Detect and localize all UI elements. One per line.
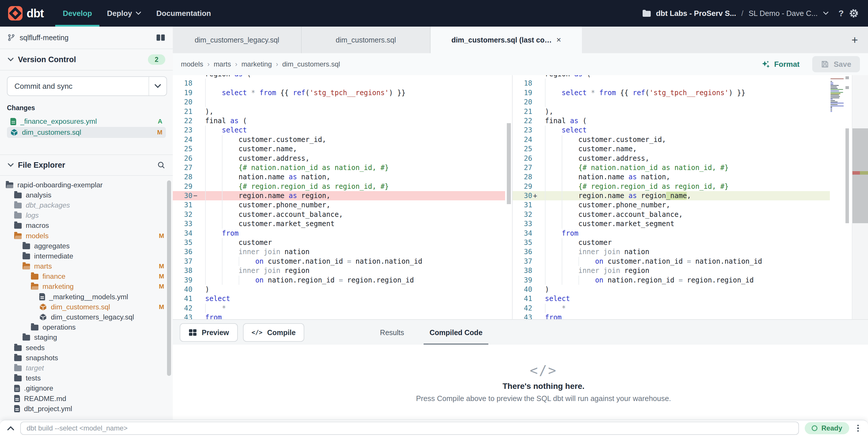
code-line-23[interactable]: 23 select: [513, 125, 830, 135]
code-line-22[interactable]: 22final as (: [513, 116, 830, 125]
tree-item-dim_customers_legacy.sql[interactable]: dim_customers_legacy.sql: [0, 312, 173, 322]
format-button[interactable]: Format: [762, 60, 800, 69]
code-line-35[interactable]: 35 customer: [513, 238, 830, 247]
code-line-42[interactable]: 42 *: [513, 303, 830, 313]
code-line-19[interactable]: 19 select * from {{ ref('stg_tpch__regio…: [173, 88, 505, 97]
code-line-40[interactable]: 40): [173, 285, 505, 294]
compile-button[interactable]: </> Compile: [243, 323, 305, 342]
tree-item-finance[interactable]: financeM: [0, 271, 173, 282]
tab-results[interactable]: Results: [378, 320, 406, 345]
code-line-36[interactable]: 36 inner join nation: [513, 247, 830, 257]
docs-book-icon[interactable]: [156, 34, 165, 41]
code-line-38[interactable]: 38 inner join region: [513, 266, 830, 275]
code-line-27[interactable]: 27 {# nation.nation_id as nation_id, #}: [513, 163, 830, 172]
change-item[interactable]: dim_customers.sqlM: [7, 127, 166, 138]
tree-item-snapshots[interactable]: snapshots: [0, 353, 173, 363]
code-line-35[interactable]: 35 customer: [173, 238, 505, 247]
version-control-header[interactable]: Version Control 2: [0, 49, 173, 70]
tree-item-dim_customers.sql[interactable]: dim_customers.sqlM: [0, 302, 173, 312]
code-line-19[interactable]: 19 select * from {{ ref('stg_tpch__regio…: [513, 88, 830, 97]
nav-deploy[interactable]: Deploy: [99, 0, 149, 27]
nav-documentation[interactable]: Documentation: [149, 0, 218, 27]
tree-item-macros[interactable]: macros: [0, 221, 173, 231]
code-line-30[interactable]: 30− region.name as region,: [173, 191, 505, 200]
new-tab-button[interactable]: +: [841, 27, 868, 53]
dbt-logo[interactable]: dbt: [8, 6, 43, 21]
tree-item-target[interactable]: target: [0, 363, 173, 373]
tree-item-dbt_packages[interactable]: dbt_packages: [0, 200, 173, 210]
code-line-28[interactable]: 28 nation.name as nation,: [513, 172, 830, 181]
tree-item-marketing[interactable]: marketingM: [0, 282, 173, 292]
code-line-34[interactable]: 34 from: [513, 229, 830, 238]
tree-item-tests[interactable]: tests: [0, 373, 173, 383]
gear-icon[interactable]: [849, 8, 859, 18]
right-scrollbar-thumb[interactable]: [845, 128, 849, 223]
tree-item-README.md[interactable]: README.md: [0, 394, 173, 404]
code-line-21[interactable]: 21),: [513, 107, 830, 116]
code-line-38[interactable]: 38 inner join region: [173, 266, 505, 275]
code-line-42[interactable]: 42 *: [173, 303, 505, 313]
branch-name[interactable]: sqlfluff-meeting: [20, 33, 151, 42]
code-line-30[interactable]: 30+ region.name as region_name,: [513, 191, 830, 200]
breadcrumb-item[interactable]: marketing: [241, 60, 272, 68]
minimap[interactable]: [831, 77, 844, 117]
code-line-39[interactable]: 39 on nation.region_id = region.region_i…: [173, 275, 505, 285]
code-line-26[interactable]: 26 customer.address,: [173, 154, 505, 163]
tree-item-_marketing__models.yml[interactable]: _marketing__models.yml: [0, 292, 173, 302]
commit-and-sync-button[interactable]: Commit and sync: [7, 76, 167, 96]
command-input[interactable]: [20, 422, 799, 435]
breadcrumb-item[interactable]: dim_customers.sql: [282, 60, 340, 68]
tree-item-intermediate[interactable]: intermediate: [0, 251, 173, 261]
code-line-36[interactable]: 36 inner join nation: [173, 247, 505, 257]
file-explorer-header[interactable]: File Explorer: [0, 154, 173, 176]
overview-ruler-thumb[interactable]: [852, 128, 868, 223]
code-line-29[interactable]: 29 {# region.region_id as region_id, #}: [513, 182, 830, 191]
breadcrumb-item[interactable]: marts: [214, 60, 231, 68]
code-line-21[interactable]: 21),: [173, 107, 505, 116]
breadcrumb-item[interactable]: models: [181, 60, 203, 68]
tree-item-seeds[interactable]: seeds: [0, 343, 173, 353]
tree-item-rapid-onboarding-exemplar[interactable]: rapid-onboarding-exemplar: [0, 180, 173, 190]
tree-item-dbt_project.yml[interactable]: dbt_project.yml: [0, 404, 173, 414]
tree-item-operations[interactable]: operations: [0, 322, 173, 332]
commit-options-chevron-down-icon[interactable]: [149, 77, 166, 95]
tree-item-marts[interactable]: martsM: [0, 261, 173, 271]
search-icon[interactable]: [157, 161, 165, 169]
code-line-29[interactable]: 29 {# region.region_id as region_id, #}: [173, 182, 505, 191]
nav-develop[interactable]: Develop: [55, 0, 99, 27]
change-item[interactable]: _finance_exposures.ymlA: [7, 116, 166, 127]
collapse-chevron-up-icon[interactable]: [7, 426, 14, 431]
tree-item-.gitignore[interactable]: .gitignore: [0, 383, 173, 394]
code-line-32[interactable]: 32 customer.account_balance,: [513, 210, 830, 219]
code-line-32[interactable]: 32 customer.account_balance,: [173, 210, 505, 219]
save-button[interactable]: Save: [812, 56, 860, 72]
code-line-37[interactable]: 37 on customer.nation_id = nation.nation…: [173, 257, 505, 266]
tree-item-models[interactable]: modelsM: [0, 231, 173, 241]
code-line-43[interactable]: 43from: [513, 313, 830, 319]
tree-item-staging[interactable]: staging: [0, 332, 173, 343]
editor-tab[interactable]: dim_customers_legacy.sql: [173, 27, 302, 53]
editor-tab[interactable]: dim_customers.sql: [302, 27, 431, 53]
code-line-18[interactable]: 18: [173, 79, 505, 88]
code-line-24[interactable]: 24 customer.customer_id,: [513, 135, 830, 144]
account-name[interactable]: dbt Labs - ProServ S...: [656, 9, 736, 18]
left-pane-scrollbar[interactable]: [507, 123, 511, 204]
code-line-18[interactable]: 18: [513, 79, 830, 88]
code-line-25[interactable]: 25 customer.name,: [513, 144, 830, 153]
code-line-28[interactable]: 28 nation.name as nation,: [173, 172, 505, 181]
right-pane-scrollbar[interactable]: [845, 75, 849, 319]
tab-compiled-code[interactable]: Compiled Code: [427, 320, 485, 345]
code-line-41[interactable]: 41select: [173, 294, 505, 303]
help-icon[interactable]: ?: [839, 8, 844, 18]
code-line-37[interactable]: 37 on customer.nation_id = nation.nation…: [513, 257, 830, 266]
code-line-41[interactable]: 41select: [513, 294, 830, 303]
code-line-27[interactable]: 27 {# nation.nation_id as nation_id, #}: [173, 163, 505, 172]
code-line-20[interactable]: 20: [513, 97, 830, 107]
project-name[interactable]: SL Demo - Dave C...: [749, 9, 818, 18]
preview-button[interactable]: Preview: [180, 323, 238, 342]
code-line-31[interactable]: 31 customer.phone_number,: [173, 200, 505, 210]
code-line-39[interactable]: 39 on nation.region_id = region.region_i…: [513, 275, 830, 285]
code-line-33[interactable]: 33 customer.market_segment: [513, 219, 830, 228]
tree-item-logs[interactable]: logs: [0, 210, 173, 221]
code-line-22[interactable]: 22final as (: [173, 116, 505, 125]
